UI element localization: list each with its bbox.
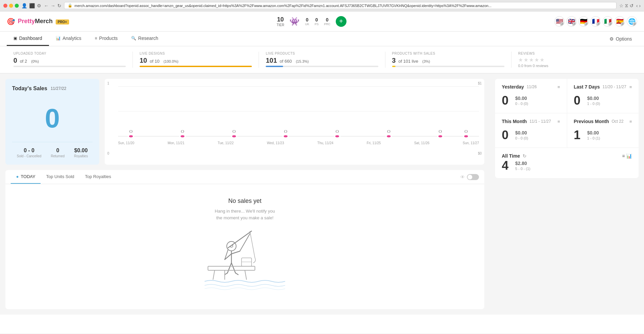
- dashboard-tab-label: Dashboard: [19, 36, 42, 41]
- x-label-0: Sun, 11/20: [118, 141, 134, 145]
- returned-metric: 0 Returned: [51, 148, 65, 158]
- prc-value: 0: [326, 17, 329, 22]
- uploaded-today-of: of 2: [20, 59, 27, 64]
- pro-badge: PRO+: [56, 19, 69, 24]
- flag-es[interactable]: 🇪🇸0: [614, 16, 625, 27]
- top-royalties-tab-label: Top Royalties: [85, 174, 111, 179]
- this-month-list-icon[interactable]: ≡: [557, 119, 560, 124]
- svg-text:0: 0: [284, 129, 287, 133]
- live-designs-fill: [140, 66, 252, 67]
- today-tab-label: TODAY: [21, 174, 36, 179]
- sales-card-date: 11/27/22: [51, 86, 66, 91]
- browser-chrome: 👤 ⬛ ⚙ ← → ↻ 🔒 merch.amazon.com/dashboard…: [0, 0, 644, 11]
- nav-tab-analytics[interactable]: 📊 Analytics: [49, 32, 88, 46]
- address-bar[interactable]: 🔒 merch.amazon.com/dashboard?openid.asso…: [64, 2, 616, 9]
- app-container: 🎯 PrettyMerch PRO+ 10 TIER 👾 0 UK 0 PS: [0, 11, 644, 333]
- logo-merch: Merch: [35, 18, 53, 24]
- svg-point-9: [283, 135, 288, 138]
- this-month-header: This Month 11/1 - 11/27 ≡: [502, 119, 560, 124]
- svg-line-28: [227, 263, 231, 273]
- nav-tab-dashboard[interactable]: ▣ Dashboard: [7, 32, 49, 46]
- prc-label: PRC: [324, 22, 330, 26]
- sold-cancelled-label: Sold - Cancelled: [17, 154, 41, 158]
- toggle-switch[interactable]: [467, 174, 479, 180]
- nav-options: ⚙ Options: [604, 32, 637, 46]
- country-flags: 🇺🇸0 🇬🇧0 🇩🇪0 🇫🇷0 🇮🇹0 🇪🇸0 🌐0: [554, 16, 637, 27]
- tab-top-royalties[interactable]: Top Royalties: [79, 170, 116, 184]
- this-month-title: This Month: [502, 119, 527, 124]
- maximize-window-button[interactable]: [15, 4, 19, 8]
- flag-de[interactable]: 🇩🇪0: [578, 16, 589, 27]
- previous-month-data: 1 $0.00 1 - 0 (1): [574, 128, 632, 142]
- close-window-button[interactable]: [3, 4, 7, 8]
- star-4: ★: [534, 57, 539, 63]
- sales-card-header: Today's Sales 11/27/22: [12, 86, 93, 92]
- svg-point-15: [438, 135, 443, 138]
- this-month-date: 11/1 - 11/27: [530, 119, 551, 124]
- products-with-sales-of: of 101 live: [398, 59, 418, 64]
- analytics-icon: 📊: [56, 36, 61, 41]
- star-1: ★: [518, 57, 523, 63]
- sales-metrics: 0 - 0 Sold - Cancelled 0 Returned $0.00 …: [12, 142, 93, 158]
- header-stats: 0 UK 0 PS 0 PRC: [305, 17, 330, 26]
- periods-top-row: Yesterday 11/26 ≡ 0 $0.00 0 - 0 (0): [495, 79, 639, 113]
- this-month-breakdown: 0 - 0 (0): [515, 136, 528, 140]
- reload-button[interactable]: ↻: [57, 3, 61, 8]
- nav-tab-research[interactable]: 🔍 Research: [124, 32, 165, 46]
- royalties-value: $0.00: [74, 148, 88, 154]
- last7days-list-icon[interactable]: ≡: [629, 85, 632, 90]
- products-tab-label: Products: [99, 36, 118, 41]
- x-label-1: Mon, 11/21: [168, 141, 184, 145]
- svg-point-3: [128, 135, 133, 138]
- eye-icon: 👁: [460, 174, 465, 180]
- extensions-icon: ⬛: [29, 3, 35, 8]
- live-products-fill: [266, 66, 283, 67]
- royalties-metric: $0.00 Royalties: [74, 148, 88, 158]
- flag-us[interactable]: 🇺🇸0: [554, 16, 565, 27]
- refresh-sync-button[interactable]: ↺: [630, 3, 634, 8]
- tab-today[interactable]: ● TODAY: [11, 170, 41, 184]
- minimize-window-button[interactable]: [9, 4, 13, 8]
- refresh-all-time-button[interactable]: ↻: [523, 153, 527, 159]
- tab-top-units[interactable]: Top Units Sold: [41, 170, 79, 184]
- tabs-header: ● TODAY Top Units Sold Top Royalties 👁: [5, 170, 484, 184]
- previous-month-details: $0.00 1 - 0 (1): [587, 130, 600, 140]
- all-time-section: All Time ↻ ≡ 📊 4 $2.80 5 - 0 - (1): [495, 148, 639, 178]
- left-side: Today's Sales 11/27/22 0 0 - 0 Sold - Ca…: [0, 73, 490, 315]
- this-month-section: This Month 11/1 - 11/27 ≡ 0 $0.00 0 - 0 …: [495, 113, 567, 148]
- live-products-label: LIVE PRODUCTS: [266, 52, 378, 55]
- previous-month-list-icon[interactable]: ≡: [629, 119, 632, 124]
- all-time-view-icons: ≡ 📊: [622, 153, 632, 159]
- list-view-icon[interactable]: ≡: [622, 153, 625, 159]
- this-month-number: 0: [502, 128, 508, 142]
- live-products-main: 101: [266, 57, 277, 64]
- last7days-data: 0 $0.00 1 - 0 (0): [574, 94, 632, 108]
- forward-button[interactable]: →: [51, 3, 55, 8]
- svg-line-31: [235, 273, 238, 275]
- browser-window-controls[interactable]: [3, 4, 19, 8]
- back-nav-button[interactable]: ‹: [636, 3, 638, 8]
- live-designs-stat: LIVE DESIGNS 10 of 10 (100.0%): [133, 52, 259, 68]
- flag-other[interactable]: 🌐0: [627, 16, 637, 27]
- svg-line-29: [231, 263, 235, 273]
- this-month-data: 0 $0.00 0 - 0 (0): [502, 128, 560, 142]
- yesterday-royalty: $0.00: [515, 96, 528, 101]
- flag-fr[interactable]: 🇫🇷0: [590, 16, 601, 27]
- add-button[interactable]: +: [336, 16, 346, 27]
- live-products-stat: LIVE PRODUCTS 101 of 660 (15.3%): [259, 52, 385, 68]
- last7days-details: $0.00 1 - 0 (0): [587, 96, 600, 106]
- yesterday-list-icon[interactable]: ≡: [557, 85, 560, 90]
- options-button[interactable]: ⚙ Options: [604, 32, 637, 46]
- top-units-tab-label: Top Units Sold: [46, 174, 74, 179]
- flag-gb[interactable]: 🇬🇧0: [566, 16, 577, 27]
- nav-tab-products[interactable]: ≡ Products: [88, 32, 124, 46]
- logo-area: 🎯 PrettyMerch PRO+: [7, 17, 69, 25]
- history-button[interactable]: ⧖: [625, 3, 628, 8]
- chart-view-icon[interactable]: 📊: [626, 153, 632, 159]
- main-area: Today's Sales 11/27/22 0 0 - 0 Sold - Ca…: [0, 73, 644, 315]
- back-button[interactable]: ←: [44, 3, 49, 8]
- reviews-text: 0.0 from 0 reviews: [518, 64, 631, 68]
- bookmark-button[interactable]: ☆: [619, 3, 624, 8]
- flag-it[interactable]: 🇮🇹0: [602, 16, 613, 27]
- forward-nav-button[interactable]: ›: [639, 3, 641, 8]
